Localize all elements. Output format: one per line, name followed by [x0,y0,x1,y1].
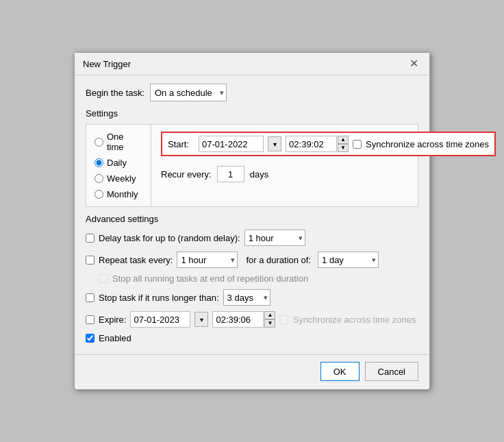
settings-main: Start: ▾ ▲ ▼ Synchronize across time zon… [151,125,504,206]
start-time-wrap: ▲ ▼ [286,136,349,152]
delay-select[interactable]: 30 minutes 1 hour 2 hours 4 hours 8 hour… [244,230,305,246]
expire-time-spinner: ▲ ▼ [264,311,275,328]
daily-label: Daily [107,158,127,168]
stop-longer-select-wrapper: 1 hour 2 hours 1 day 3 days 1 week [223,289,270,306]
time-down-button[interactable]: ▼ [338,144,349,152]
stop-running-row: Stop all running tasks at end of repetit… [99,273,418,284]
time-up-button[interactable]: ▲ [338,136,349,144]
stop-running-label: Stop all running tasks at end of repetit… [112,273,308,284]
one-time-label: One time [107,132,142,152]
settings-section-label: Settings [86,108,418,119]
expire-calendar-button[interactable]: ▾ [194,312,208,327]
start-date-input[interactable] [199,136,264,152]
begin-task-label: Begin the task: [86,88,144,98]
repeat-select[interactable]: 30 minutes 1 hour 2 hours 4 hours [177,251,238,268]
expire-time-down-button[interactable]: ▼ [264,319,275,328]
advanced-label: Advanced settings [86,214,418,224]
enabled-checkbox[interactable] [86,334,94,343]
schedule-type-col: One time Daily Weekly Monthly [86,125,151,206]
duration-select-wrapper: 30 minutes 1 hour 2 hours 1 day Indefini… [318,251,379,268]
recur-label: Recur every: [161,169,212,180]
monthly-radio[interactable] [94,190,103,199]
delay-select-wrapper: 30 minutes 1 hour 2 hours 4 hours 8 hour… [244,230,305,246]
new-trigger-dialog: New Trigger ✕ Begin the task: On a sched… [74,52,430,390]
weekly-radio-label[interactable]: Weekly [94,173,142,184]
enabled-row: Enabled [86,333,418,343]
stop-longer-row: Stop task if it runs longer than: 1 hour… [86,289,418,306]
repeat-task-label: Repeat task every: [99,255,173,265]
sync-timezone-label: Synchronize across time zones [366,139,489,149]
weekly-radio[interactable] [94,174,103,183]
stop-longer-label: Stop task if it runs longer than: [99,293,219,303]
expire-row: Expire: ▾ ▲ ▼ Synchronize across time zo… [86,311,418,328]
button-row: OK Cancel [75,354,429,389]
monthly-label: Monthly [107,189,138,199]
start-row: Start: ▾ ▲ ▼ Synchronize across time zon… [161,132,496,156]
enabled-label: Enabled [99,333,131,343]
recur-row: Recur every: days [161,163,496,185]
daily-radio-label[interactable]: Daily [94,158,142,168]
dialog-title: New Trigger [83,59,131,69]
one-time-radio-label[interactable]: One time [94,132,142,152]
stop-longer-select[interactable]: 1 hour 2 hours 1 day 3 days 1 week [223,289,270,306]
settings-section: One time Daily Weekly Monthly [86,124,418,207]
expire-sync-label: Synchronize across time zones [292,315,416,325]
sync-timezone-checkbox[interactable] [353,140,362,149]
stop-running-checkbox[interactable] [99,274,108,283]
daily-radio[interactable] [94,158,103,167]
expire-label: Expire: [99,315,126,325]
begin-task-row: Begin the task: On a schedule At log on … [86,84,418,101]
start-label: Start: [168,139,189,149]
delay-task-row: Delay task for up to (random delay): 30 … [86,230,418,246]
recur-unit: days [250,169,268,180]
cancel-button[interactable]: Cancel [365,362,418,381]
monthly-radio-label[interactable]: Monthly [94,189,142,199]
dialog-content: Begin the task: On a schedule At log on … [75,75,429,352]
expire-time-wrap: ▲ ▼ [212,311,275,328]
expire-time-input[interactable] [212,311,264,328]
start-time-input[interactable] [286,136,337,152]
expire-checkbox[interactable] [86,315,94,324]
begin-task-select-wrapper: On a schedule At log on At startup [150,84,227,101]
delay-task-label: Delay task for up to (random delay): [99,233,240,243]
settings-inner: One time Daily Weekly Monthly [86,125,418,206]
repeat-select-wrapper: 30 minutes 1 hour 2 hours 4 hours [177,251,238,268]
begin-task-select[interactable]: On a schedule At log on At startup [150,84,227,101]
stop-longer-checkbox[interactable] [86,293,94,302]
close-button[interactable]: ✕ [407,58,421,69]
date-calendar-button[interactable]: ▾ [268,136,281,151]
title-bar: New Trigger ✕ [75,53,429,75]
advanced-section: Advanced settings Delay task for up to (… [86,214,418,343]
one-time-radio[interactable] [94,138,103,147]
recur-value-input[interactable] [217,166,244,182]
repeat-task-checkbox[interactable] [86,256,94,265]
duration-select[interactable]: 30 minutes 1 hour 2 hours 1 day Indefini… [318,251,379,268]
ok-button[interactable]: OK [320,362,360,381]
delay-task-checkbox[interactable] [86,234,94,243]
duration-for-label: for a duration of: [246,255,311,265]
weekly-label: Weekly [107,173,136,184]
expire-date-input[interactable] [130,311,190,328]
time-spinner: ▲ ▼ [338,136,349,152]
repeat-task-row: Repeat task every: 30 minutes 1 hour 2 h… [86,251,418,268]
expire-sync-checkbox[interactable] [279,315,288,324]
expire-time-up-button[interactable]: ▲ [264,311,275,319]
